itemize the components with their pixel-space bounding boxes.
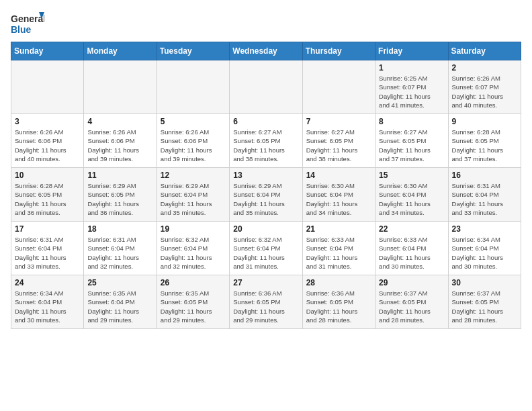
svg-text:General: General xyxy=(11,13,44,24)
calendar-day-cell: 6Sunrise: 6:27 AM Sunset: 6:05 PM Daylig… xyxy=(230,114,302,168)
day-info: Sunrise: 6:37 AM Sunset: 6:05 PM Dayligh… xyxy=(452,289,517,324)
day-number: 6 xyxy=(233,117,298,126)
day-info: Sunrise: 6:29 AM Sunset: 6:05 PM Dayligh… xyxy=(87,181,152,217)
day-info: Sunrise: 6:35 AM Sunset: 6:04 PM Dayligh… xyxy=(87,289,152,324)
day-number: 30 xyxy=(452,278,517,287)
calendar-weekday-header: Friday xyxy=(375,42,448,60)
calendar-weekday-header: Tuesday xyxy=(157,42,229,60)
day-info: Sunrise: 6:29 AM Sunset: 6:04 PM Dayligh… xyxy=(233,181,298,217)
day-info: Sunrise: 6:33 AM Sunset: 6:04 PM Dayligh… xyxy=(379,235,444,271)
day-number: 26 xyxy=(161,278,226,287)
day-info: Sunrise: 6:36 AM Sunset: 6:05 PM Dayligh… xyxy=(306,289,371,324)
calendar-day-cell: 27Sunrise: 6:36 AM Sunset: 6:05 PM Dayli… xyxy=(230,275,302,329)
calendar-day-cell: 23Sunrise: 6:34 AM Sunset: 6:04 PM Dayli… xyxy=(448,222,521,275)
calendar-week-row: 24Sunrise: 6:34 AM Sunset: 6:04 PM Dayli… xyxy=(11,275,521,329)
calendar-week-row: 10Sunrise: 6:28 AM Sunset: 6:05 PM Dayli… xyxy=(11,168,521,222)
day-number: 20 xyxy=(233,224,298,234)
day-info: Sunrise: 6:29 AM Sunset: 6:04 PM Dayligh… xyxy=(161,181,226,217)
calendar-day-cell: 19Sunrise: 6:32 AM Sunset: 6:04 PM Dayli… xyxy=(157,222,229,275)
calendar-weekday-header: Thursday xyxy=(302,42,375,60)
day-info: Sunrise: 6:27 AM Sunset: 6:05 PM Dayligh… xyxy=(233,128,298,163)
calendar-day-cell: 3Sunrise: 6:26 AM Sunset: 6:06 PM Daylig… xyxy=(11,114,84,168)
calendar-day-cell: 14Sunrise: 6:30 AM Sunset: 6:04 PM Dayli… xyxy=(302,168,375,222)
day-info: Sunrise: 6:28 AM Sunset: 6:05 PM Dayligh… xyxy=(452,128,517,163)
day-number: 1 xyxy=(379,63,444,73)
day-number: 19 xyxy=(161,224,226,234)
day-info: Sunrise: 6:32 AM Sunset: 6:04 PM Dayligh… xyxy=(233,235,298,271)
calendar-day-cell: 30Sunrise: 6:37 AM Sunset: 6:05 PM Dayli… xyxy=(448,275,521,329)
calendar-day-cell xyxy=(302,60,375,114)
day-number: 27 xyxy=(233,278,298,287)
day-number: 15 xyxy=(379,171,444,180)
calendar-day-cell: 24Sunrise: 6:34 AM Sunset: 6:04 PM Dayli… xyxy=(11,275,84,329)
calendar-day-cell: 18Sunrise: 6:31 AM Sunset: 6:04 PM Dayli… xyxy=(84,222,157,275)
calendar-day-cell: 7Sunrise: 6:27 AM Sunset: 6:05 PM Daylig… xyxy=(302,114,375,168)
calendar-day-cell: 11Sunrise: 6:29 AM Sunset: 6:05 PM Dayli… xyxy=(84,168,157,222)
calendar-week-row: 1Sunrise: 6:25 AM Sunset: 6:07 PM Daylig… xyxy=(11,60,521,114)
day-number: 10 xyxy=(15,171,80,180)
calendar-day-cell: 12Sunrise: 6:29 AM Sunset: 6:04 PM Dayli… xyxy=(157,168,229,222)
day-info: Sunrise: 6:28 AM Sunset: 6:05 PM Dayligh… xyxy=(15,181,80,217)
svg-text:Blue: Blue xyxy=(11,24,32,35)
day-info: Sunrise: 6:27 AM Sunset: 6:05 PM Dayligh… xyxy=(306,128,371,163)
calendar-day-cell: 15Sunrise: 6:30 AM Sunset: 6:04 PM Dayli… xyxy=(375,168,448,222)
calendar-day-cell: 21Sunrise: 6:33 AM Sunset: 6:04 PM Dayli… xyxy=(302,222,375,275)
day-info: Sunrise: 6:26 AM Sunset: 6:06 PM Dayligh… xyxy=(15,128,80,163)
day-number: 17 xyxy=(15,224,80,234)
day-info: Sunrise: 6:30 AM Sunset: 6:04 PM Dayligh… xyxy=(306,181,371,217)
calendar-day-cell: 22Sunrise: 6:33 AM Sunset: 6:04 PM Dayli… xyxy=(375,222,448,275)
day-number: 8 xyxy=(379,117,444,126)
day-info: Sunrise: 6:31 AM Sunset: 6:04 PM Dayligh… xyxy=(452,181,517,217)
calendar-day-cell: 29Sunrise: 6:37 AM Sunset: 6:05 PM Dayli… xyxy=(375,275,448,329)
calendar-day-cell: 17Sunrise: 6:31 AM Sunset: 6:04 PM Dayli… xyxy=(11,222,84,275)
day-number: 18 xyxy=(87,224,152,234)
day-info: Sunrise: 6:30 AM Sunset: 6:04 PM Dayligh… xyxy=(379,181,444,217)
calendar-day-cell: 16Sunrise: 6:31 AM Sunset: 6:04 PM Dayli… xyxy=(448,168,521,222)
day-number: 3 xyxy=(15,117,80,126)
day-number: 7 xyxy=(306,117,371,126)
day-number: 2 xyxy=(452,63,517,73)
calendar-day-cell: 26Sunrise: 6:35 AM Sunset: 6:05 PM Dayli… xyxy=(157,275,229,329)
logo: GeneralBlue xyxy=(11,11,44,38)
day-info: Sunrise: 6:26 AM Sunset: 6:06 PM Dayligh… xyxy=(161,128,226,163)
calendar-day-cell xyxy=(230,60,302,114)
day-info: Sunrise: 6:31 AM Sunset: 6:04 PM Dayligh… xyxy=(87,235,152,271)
day-info: Sunrise: 6:26 AM Sunset: 6:06 PM Dayligh… xyxy=(87,128,152,163)
day-number: 24 xyxy=(15,278,80,287)
day-number: 16 xyxy=(452,171,517,180)
calendar-day-cell: 20Sunrise: 6:32 AM Sunset: 6:04 PM Dayli… xyxy=(230,222,302,275)
calendar-week-row: 17Sunrise: 6:31 AM Sunset: 6:04 PM Dayli… xyxy=(11,222,521,275)
day-info: Sunrise: 6:31 AM Sunset: 6:04 PM Dayligh… xyxy=(15,235,80,271)
calendar-day-cell xyxy=(84,60,157,114)
calendar-day-cell: 13Sunrise: 6:29 AM Sunset: 6:04 PM Dayli… xyxy=(230,168,302,222)
calendar-day-cell: 28Sunrise: 6:36 AM Sunset: 6:05 PM Dayli… xyxy=(302,275,375,329)
day-number: 21 xyxy=(306,224,371,234)
day-number: 13 xyxy=(233,171,298,180)
day-info: Sunrise: 6:32 AM Sunset: 6:04 PM Dayligh… xyxy=(161,235,226,271)
day-info: Sunrise: 6:34 AM Sunset: 6:04 PM Dayligh… xyxy=(15,289,80,324)
calendar-day-cell: 9Sunrise: 6:28 AM Sunset: 6:05 PM Daylig… xyxy=(448,114,521,168)
calendar-table: SundayMondayTuesdayWednesdayThursdayFrid… xyxy=(11,42,521,329)
day-number: 29 xyxy=(379,278,444,287)
day-number: 22 xyxy=(379,224,444,234)
day-info: Sunrise: 6:34 AM Sunset: 6:04 PM Dayligh… xyxy=(452,235,517,271)
calendar-day-cell: 25Sunrise: 6:35 AM Sunset: 6:04 PM Dayli… xyxy=(84,275,157,329)
day-number: 11 xyxy=(87,171,152,180)
day-info: Sunrise: 6:26 AM Sunset: 6:07 PM Dayligh… xyxy=(452,74,517,109)
day-info: Sunrise: 6:33 AM Sunset: 6:04 PM Dayligh… xyxy=(306,235,371,271)
day-number: 5 xyxy=(161,117,226,126)
calendar-weekday-header: Wednesday xyxy=(230,42,302,60)
calendar-day-cell: 10Sunrise: 6:28 AM Sunset: 6:05 PM Dayli… xyxy=(11,168,84,222)
calendar-day-cell: 1Sunrise: 6:25 AM Sunset: 6:07 PM Daylig… xyxy=(375,60,448,114)
calendar-day-cell xyxy=(157,60,229,114)
day-info: Sunrise: 6:36 AM Sunset: 6:05 PM Dayligh… xyxy=(233,289,298,324)
day-number: 12 xyxy=(161,171,226,180)
calendar-day-cell xyxy=(11,60,84,114)
calendar-weekday-header: Saturday xyxy=(448,42,521,60)
page-header: GeneralBlue xyxy=(11,11,521,38)
day-info: Sunrise: 6:27 AM Sunset: 6:05 PM Dayligh… xyxy=(379,128,444,163)
calendar-day-cell: 5Sunrise: 6:26 AM Sunset: 6:06 PM Daylig… xyxy=(157,114,229,168)
day-info: Sunrise: 6:35 AM Sunset: 6:05 PM Dayligh… xyxy=(161,289,226,324)
day-number: 14 xyxy=(306,171,371,180)
day-info: Sunrise: 6:37 AM Sunset: 6:05 PM Dayligh… xyxy=(379,289,444,324)
